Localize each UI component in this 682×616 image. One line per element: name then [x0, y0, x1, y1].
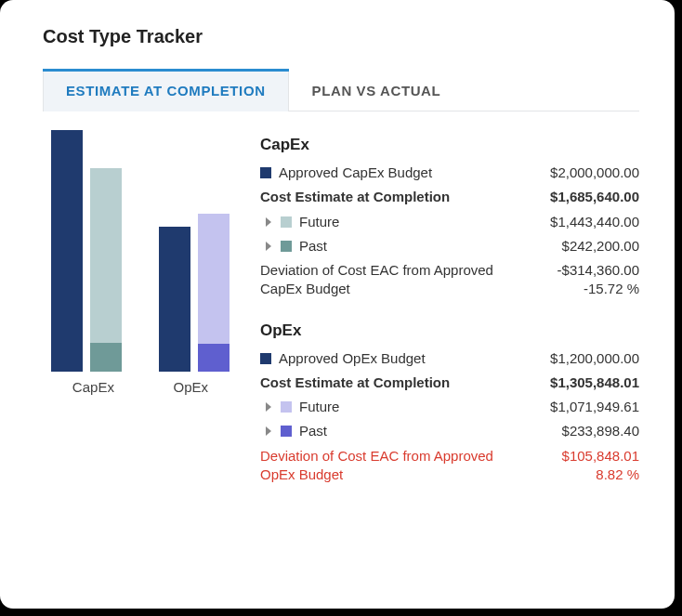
- capex-approved-label: Approved CapEx Budget: [279, 164, 432, 182]
- capex-eac-label: Cost Estimate at Completion: [260, 188, 450, 206]
- tab-estimate-at-completion[interactable]: ESTIMATE AT COMPLETION: [43, 69, 289, 111]
- capex-future-label: Future: [299, 213, 339, 231]
- bar-group: [154, 214, 234, 372]
- approved-bar: [159, 227, 190, 372]
- opex-deviation-value: $105,848.01: [562, 447, 639, 465]
- opex-future-row[interactable]: Future $1,071,949.61: [260, 398, 639, 416]
- data-column: CapEx Approved CapEx Budget $2,000,000.0…: [260, 130, 639, 490]
- capex-eac-row: Cost Estimate at Completion $1,685,640.0…: [260, 188, 639, 206]
- opex-approved-swatch: [260, 353, 271, 364]
- capex-future-value: $1,443,440.00: [550, 213, 639, 231]
- x-axis-labels: CapEx OpEx: [43, 379, 238, 395]
- chevron-right-icon: [266, 242, 271, 251]
- cost-type-tracker-card: Cost Type Tracker ESTIMATE AT COMPLETION…: [0, 0, 675, 609]
- opex-approved-value: $1,200,000.00: [550, 349, 639, 368]
- opex-approved-label: Approved OpEx Budget: [279, 349, 426, 368]
- opex-eac-row: Cost Estimate at Completion $1,305,848.0…: [260, 374, 639, 392]
- opex-future-swatch: [281, 401, 292, 413]
- opex-deviation-pct: 8.82 %: [562, 465, 639, 484]
- bar-group: [46, 130, 126, 372]
- chevron-right-icon: [266, 426, 271, 436]
- opex-deviation-label: Deviation of Cost EAC from Approved OpEx…: [260, 447, 502, 485]
- capex-approved-swatch: [260, 167, 271, 178]
- capex-past-swatch: [281, 241, 292, 252]
- capex-approved-value: $2,000,000.00: [550, 164, 639, 182]
- capex-eac-value: $1,685,640.00: [550, 188, 639, 206]
- capex-deviation-value: -$314,360.00: [557, 261, 639, 280]
- chevron-right-icon: [266, 217, 271, 227]
- opex-section-title: OpEx: [260, 321, 639, 340]
- approved-bar: [51, 130, 83, 372]
- capex-future-swatch: [281, 216, 292, 228]
- capex-past-row[interactable]: Past $242,200.00: [260, 237, 639, 256]
- x-label-capex: CapEx: [72, 379, 114, 395]
- opex-eac-label: Cost Estimate at Completion: [260, 374, 450, 392]
- chevron-right-icon: [266, 402, 271, 412]
- opex-past-label: Past: [299, 422, 327, 440]
- capex-past-value: $242,200.00: [562, 237, 639, 256]
- content-area: CapEx OpEx CapEx Approved CapEx Budget $…: [43, 130, 639, 490]
- capex-approved-row: Approved CapEx Budget $2,000,000.00: [260, 164, 639, 182]
- opex-approved-row: Approved OpEx Budget $1,200,000.00: [260, 349, 639, 368]
- opex-past-value: $233,898.40: [562, 422, 639, 440]
- bar-chart: [43, 130, 238, 372]
- opex-eac-value: $1,305,848.01: [550, 374, 639, 392]
- eac-bar: [198, 214, 230, 372]
- tab-plan-vs-actual[interactable]: PLAN VS ACTUAL: [289, 69, 465, 111]
- opex-future-value: $1,071,949.61: [550, 398, 639, 416]
- eac-bar: [90, 168, 122, 372]
- opex-past-row[interactable]: Past $233,898.40: [260, 422, 639, 440]
- opex-past-swatch: [281, 426, 292, 437]
- capex-past-label: Past: [299, 237, 327, 256]
- page-title: Cost Type Tracker: [43, 26, 639, 47]
- x-label-opex: OpEx: [174, 379, 209, 395]
- opex-deviation-row: Deviation of Cost EAC from Approved OpEx…: [260, 447, 639, 485]
- opex-future-label: Future: [299, 398, 339, 416]
- capex-deviation-row: Deviation of Cost EAC from Approved CapE…: [260, 261, 639, 299]
- capex-deviation-label: Deviation of Cost EAC from Approved CapE…: [260, 261, 502, 299]
- capex-future-row[interactable]: Future $1,443,440.00: [260, 213, 639, 231]
- chart-column: CapEx OpEx: [43, 130, 238, 490]
- capex-deviation-pct: -15.72 %: [557, 280, 639, 298]
- tabs: ESTIMATE AT COMPLETION PLAN VS ACTUAL: [43, 68, 639, 111]
- capex-section-title: CapEx: [260, 136, 639, 154]
